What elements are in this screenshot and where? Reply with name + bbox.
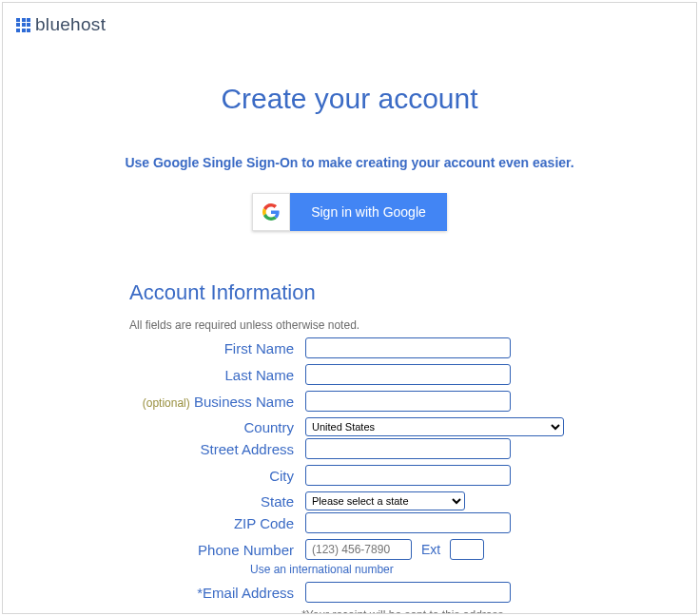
city-label: City (3, 468, 305, 484)
last-name-label: Last Name (3, 367, 305, 383)
google-icon (252, 193, 290, 231)
email-label: *Email Address (3, 585, 305, 601)
google-signin-button[interactable]: Sign in with Google (252, 193, 447, 231)
receipt-note: *Your receipt will be sent to this addre… (112, 608, 696, 614)
sso-prompt: Use Google Single Sign-On to make creati… (3, 155, 696, 170)
street-address-field[interactable] (305, 438, 511, 459)
phone-field[interactable] (305, 539, 412, 560)
business-name-field[interactable] (305, 391, 511, 412)
brand-name: bluehost (35, 14, 106, 35)
ext-label: Ext (421, 542, 440, 557)
brand-logo: bluehost (16, 14, 106, 35)
first-name-label: First Name (3, 340, 305, 356)
country-label: Country (3, 419, 305, 435)
page-title: Create your account (3, 83, 696, 115)
street-address-label: Street Address (3, 441, 305, 457)
business-name-label: Business Name (194, 394, 294, 410)
zip-label: ZIP Code (3, 515, 305, 531)
required-note: All fields are required unless otherwise… (129, 318, 696, 332)
last-name-field[interactable] (305, 364, 511, 385)
state-label: State (3, 493, 305, 510)
zip-field[interactable] (305, 512, 511, 533)
intl-number-link[interactable]: Use an international number (250, 563, 696, 576)
country-select[interactable]: United States (305, 417, 564, 436)
first-name-field[interactable] (305, 337, 511, 358)
state-select[interactable]: Please select a state (305, 491, 465, 510)
section-heading: Account Information (129, 280, 696, 305)
account-form: First Name Last Name (optional) Business… (3, 337, 696, 614)
logo-grid-icon (16, 18, 30, 32)
ext-field[interactable] (450, 539, 484, 560)
google-signin-label: Sign in with Google (290, 193, 447, 231)
phone-label: Phone Number (3, 542, 305, 558)
email-field[interactable] (305, 582, 511, 603)
city-field[interactable] (305, 465, 511, 486)
optional-tag: (optional) (143, 396, 190, 410)
